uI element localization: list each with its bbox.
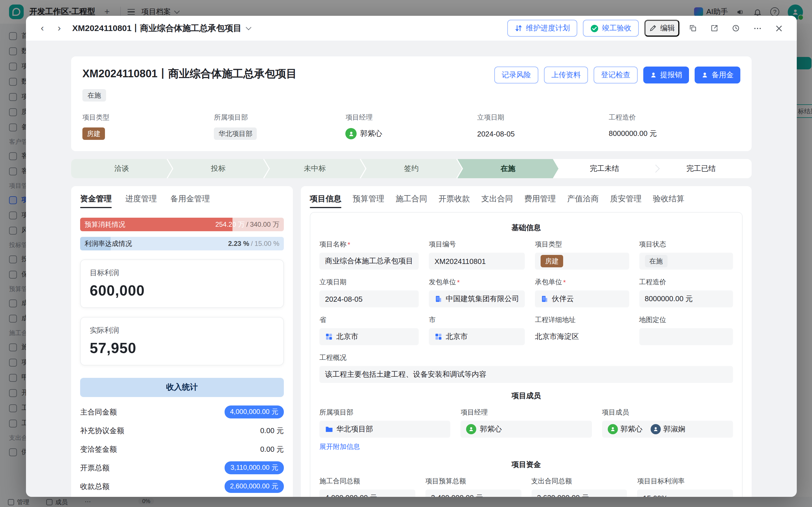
field-expense-contract-total: 支出合同总额 3,630,000.00 元 (531, 476, 627, 497)
field-project-status: 项目状态 在施 (639, 240, 733, 270)
required-mark: * (563, 278, 566, 286)
tab-progress-management[interactable]: 进度管理 (125, 186, 157, 212)
department-input[interactable]: 华北项目部 (319, 421, 450, 438)
folder-icon (325, 425, 333, 433)
project-type-badge: 房建 (541, 255, 563, 267)
next-record-button[interactable]: › (53, 22, 65, 35)
tab-funds-management[interactable]: 资金管理 (80, 186, 112, 212)
amount-badge: 2,600,000.00 元 (224, 480, 284, 493)
field-budget-total: 项目预算总额 3,400,000.00 元 (426, 476, 522, 497)
field-project-members: 项目成员 郭紫心 郭淑娴 (602, 408, 733, 452)
stage-stepper: 洽谈 投标 未中标 签约 在施 完工未结 完工已结 (71, 159, 752, 178)
prev-record-button[interactable]: ‹ (36, 22, 49, 35)
step-bidding[interactable]: 投标 (168, 159, 269, 178)
field-project-name: 项目名称* 商业综合体施工总承包项目 (319, 240, 419, 270)
close-icon[interactable] (771, 20, 787, 36)
project-title: XM2024110801丨商业综合体施工总承包项目 (83, 66, 297, 81)
project-detail-modal: ‹ › XM2024110801丨商业综合体施工总承包项目 维护进度计划 竣工验… (26, 16, 797, 497)
avatar (345, 128, 357, 139)
maintain-schedule-button[interactable]: 维护进度计划 (507, 20, 577, 37)
row-change-negotiation-amount: 变洽签金额 0.00 元 (80, 440, 284, 458)
field-project-manager: 项目经理 郭紫心 (461, 408, 592, 452)
record-risk-button[interactable]: 记录风险 (494, 66, 538, 83)
row-received-total: 收款总额 2,600,000.00 元 (80, 477, 284, 496)
expand-extra-info-link[interactable]: 展开附加信息 (319, 442, 360, 452)
row-contract-receivable: 合同应收 1,000,000.00 元 (80, 496, 284, 497)
summary-field-manager: 项目经理 郭紫心 (345, 113, 477, 140)
copy-icon[interactable] (685, 20, 701, 36)
title-dropdown-icon[interactable] (246, 24, 252, 30)
tab-quality-safety[interactable]: 质安管理 (610, 186, 642, 212)
map-location-input[interactable] (639, 328, 733, 345)
status-badge: 在施 (83, 89, 106, 102)
tab-fee-management[interactable]: 费用管理 (524, 186, 556, 212)
start-date-input[interactable]: 2024-08-05 (319, 290, 419, 307)
summary-field-department: 所属项目部 华北项目部 (214, 113, 345, 140)
step-signed[interactable]: 签约 (361, 159, 462, 178)
project-no-input[interactable]: XM2024110801 (429, 252, 525, 270)
section-title-basic-info: 基础信息 (319, 223, 733, 233)
share-icon[interactable] (706, 20, 722, 36)
step-finished-settled[interactable]: 完工已结 (651, 159, 752, 178)
register-check-button[interactable]: 登记检查 (594, 66, 638, 83)
more-icon[interactable] (749, 20, 765, 36)
project-type-badge: 房建 (83, 127, 105, 140)
avatar (467, 424, 477, 434)
project-members-input[interactable]: 郭紫心 郭淑娴 (602, 421, 733, 438)
check-circle-icon (590, 24, 599, 33)
contract-total-input[interactable]: 4,000,000.00 元 (319, 490, 415, 497)
tab-budget-management[interactable]: 预算管理 (353, 186, 384, 212)
completion-acceptance-button[interactable]: 竣工验收 (583, 20, 639, 37)
step-in-construction[interactable]: 在施 (457, 159, 558, 178)
field-start-date: 立项日期 2024-08-05 (319, 277, 419, 307)
tab-expense-contract[interactable]: 支出合同 (481, 186, 513, 212)
step-not-won[interactable]: 未中标 (264, 159, 365, 178)
tab-invoicing-receipts[interactable]: 开票收款 (438, 186, 470, 212)
left-panel-tabs: 资金管理 进度管理 备用金管理 (80, 186, 284, 212)
modal-title: XM2024110801丨商业综合体施工总承包项目 (72, 23, 251, 34)
budget-consumption-bar: 预算消耗情况 254.20 万/340.00 万 (80, 218, 284, 231)
project-info-form: 基础信息 项目名称* 商业综合体施工总承包项目 项目编号 XM202411080… (310, 212, 743, 497)
province-input[interactable]: 北京市 (319, 328, 419, 345)
target-profit-rate-input[interactable]: 15.00% (637, 490, 733, 497)
edit-button[interactable]: 编辑 (644, 20, 680, 37)
funds-panel: 资金管理 进度管理 备用金管理 预算消耗情况 254.20 万/340.00 万 (71, 186, 293, 497)
cost-input[interactable]: 8000000.00 元 (639, 290, 733, 307)
city-input[interactable]: 北京市 (429, 328, 525, 345)
region-grid-icon (434, 333, 442, 341)
tab-petty-cash-management[interactable]: 备用金管理 (170, 186, 210, 212)
project-type-input[interactable]: 房建 (535, 252, 629, 270)
project-name-input[interactable]: 商业综合体施工总承包项目 (319, 252, 419, 270)
target-profit-value: 600,000 (90, 282, 274, 299)
department-badge: 华北项目部 (214, 127, 257, 140)
amount-badge: 4,000,000.00 元 (224, 405, 284, 418)
contractor-unit-input[interactable]: 伙伴云 (535, 290, 629, 307)
tab-acceptance-settlement[interactable]: 验收结算 (653, 186, 685, 212)
step-negotiation[interactable]: 洽谈 (71, 159, 172, 178)
owner-unit-input[interactable]: 中国建筑集团有限公司 (429, 290, 525, 307)
petty-cash-button[interactable]: 备用金 (695, 66, 740, 83)
overview-input[interactable]: 该工程主要包括土建工程、设备安装和调试等内容 (319, 366, 733, 383)
tab-construction-contract[interactable]: 施工合同 (395, 186, 427, 212)
field-overview: 工程概况 该工程主要包括土建工程、设备安装和调试等内容 (319, 353, 733, 383)
submit-expense-button[interactable]: 提报销 (643, 66, 689, 83)
project-status-input[interactable]: 在施 (639, 252, 733, 270)
amount-badge: 3,110,000.00 元 (225, 461, 284, 474)
status-badge: 在施 (645, 255, 667, 267)
sort-arrows-icon (515, 24, 523, 32)
building-icon (541, 295, 548, 303)
tab-output-negotiation[interactable]: 产值洽商 (567, 186, 599, 212)
step-finished-unsettled[interactable]: 完工未结 (554, 159, 655, 178)
tab-project-info[interactable]: 项目信息 (310, 186, 341, 212)
expense-contract-total-input[interactable]: 3,630,000.00 元 (531, 490, 627, 497)
income-statistics-button[interactable]: 收入统计 (80, 378, 284, 397)
address-input[interactable]: 北京市海淀区 (535, 328, 629, 345)
row-invoiced-total: 开票总额 3,110,000.00 元 (80, 458, 284, 477)
history-clock-icon[interactable] (728, 20, 744, 36)
actual-profit-card: 实际利润 57,950 (80, 317, 284, 365)
field-owner-unit: 发包单位* 中国建筑集团有限公司 (429, 277, 525, 307)
region-grid-icon (325, 333, 333, 341)
budget-total-input[interactable]: 3,400,000.00 元 (426, 490, 522, 497)
project-manager-input[interactable]: 郭紫心 (461, 421, 592, 438)
upload-file-button[interactable]: 上传资料 (544, 66, 588, 83)
